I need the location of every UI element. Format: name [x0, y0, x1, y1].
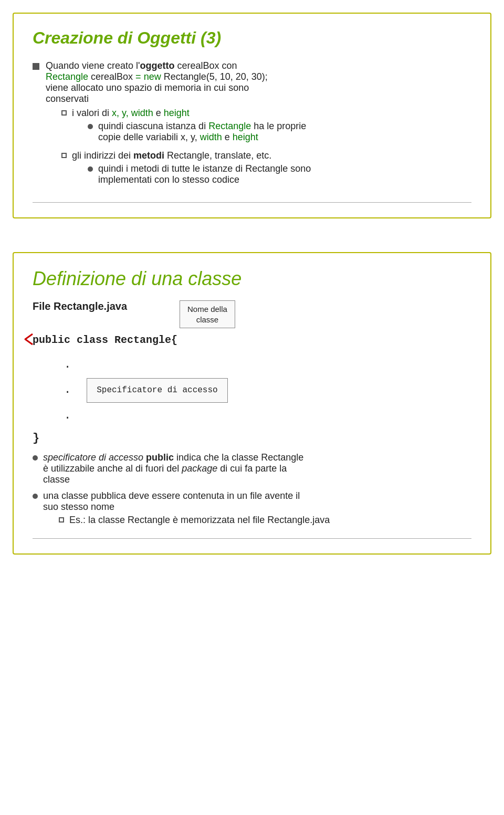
width-text: width — [131, 108, 153, 118]
sub-bullets-1: i valori di x, y, width e height quindi … — [46, 108, 311, 189]
s2-b2-line1: una classe pubblica deve essere contenut… — [43, 490, 330, 501]
s2-b2-line2: suo stesso nome — [43, 501, 330, 513]
sub-sub-content-1: quindi ciascuna istanza di Rectangle ha … — [98, 121, 306, 143]
slide-1-separator — [33, 202, 471, 203]
nome-della-text: Nome della — [187, 304, 227, 315]
bullet-square-icon — [33, 63, 39, 70]
xy-text: x, y, — [112, 108, 129, 118]
bullet-1-line4: conservati — [46, 93, 311, 105]
e-text: e — [153, 108, 164, 118]
sub-sub-content-2: quindi i metodi di tutte le istanze di R… — [98, 163, 311, 185]
equals-sign: = — [135, 71, 141, 82]
slide-1-title: Creazione di Oggetti (3) — [33, 28, 471, 48]
public-class-code: public class Rectangle{ — [33, 332, 471, 348]
slide-1-bullets: Quando viene creato l'oggetto cerealBox … — [33, 60, 471, 193]
dot-2: . — [64, 378, 71, 403]
file-label-container: File Rectangle.java — [33, 300, 169, 312]
package-italic: package — [182, 463, 217, 474]
sub-bullet-1: i valori di x, y, width e height quindi … — [61, 108, 311, 146]
sub-sub-bullets-2: quindi i metodi di tutte le istanze di R… — [72, 163, 311, 185]
red-arrow-svg — [23, 331, 34, 347]
slide-gap — [0, 218, 504, 239]
annotation-box-container: Nome della classe — [180, 300, 235, 328]
bullet-1-line3: viene allocato uno spazio di memoria in … — [46, 82, 311, 93]
slide-2-separator — [33, 538, 471, 539]
metodi-bold: metodi — [133, 150, 164, 161]
dot-2-row: . Specificatore di accesso — [64, 378, 471, 403]
s2-sub-square-icon — [59, 517, 64, 523]
s2-sub-bullet-1: Es.: la classe Rectangle è memorizzata n… — [59, 515, 330, 526]
s2-circle-icon-1 — [33, 455, 38, 461]
s2-bullet-1-content: specificatore di accesso public indica c… — [43, 452, 303, 485]
sub-sub-bullet-1: quindi ciascuna istanza di Rectangle ha … — [88, 121, 306, 143]
public-class-row: public class Rectangle{ — [33, 332, 471, 348]
width-green: width — [200, 132, 222, 142]
dot-1: . — [64, 352, 471, 378]
s2-bullet-1: specificatore di accesso public indica c… — [33, 452, 471, 485]
slide-2-bullets: specificatore di accesso public indica c… — [33, 452, 471, 529]
specificatore-label: Specificatore di accesso — [97, 385, 217, 395]
sub-sub-bullet-2: quindi i metodi di tutte le istanze di R… — [88, 163, 311, 185]
circle-icon-2 — [88, 166, 93, 172]
slide-2: Definizione di una classe File Rectangle… — [13, 252, 491, 555]
sub-bullet-2-content: gli indirizzi dei metodi Rectangle, tran… — [72, 150, 311, 189]
bullet-1-content: Quando viene creato l'oggetto cerealBox … — [46, 60, 311, 193]
quindi-line1: quindi ciascuna istanza di Rectangle ha … — [98, 121, 306, 132]
sub-bullet-1-content: i valori di x, y, width e height quindi … — [72, 108, 306, 146]
specificatore-box: Specificatore di accesso — [87, 378, 227, 403]
file-annotation-row: File Rectangle.java Nome della classe — [33, 300, 471, 328]
nome-classe-box: Nome della classe — [180, 300, 235, 328]
sub-bullet-square-icon-2 — [61, 153, 67, 158]
sub-bullet-square-icon — [61, 110, 67, 116]
sub-bullet-2: gli indirizzi dei metodi Rectangle, tran… — [61, 150, 311, 189]
arrow-indicator — [23, 331, 34, 347]
s2-bullet-2-content: una classe pubblica deve essere contenut… — [43, 490, 330, 529]
s2-bullet-2: una classe pubblica deve essere contenut… — [33, 490, 471, 529]
closing-brace: } — [33, 432, 471, 445]
quindi-metodi-line2: implementati con lo stesso codice — [98, 174, 311, 185]
dots-container: . . Specificatore di accesso . — [64, 352, 471, 429]
public-bold: public — [146, 452, 174, 463]
quindi-metodi-line1: quindi i metodi di tutte le istanze di R… — [98, 163, 311, 174]
s2-sub-content: Es.: la classe Rectangle è memorizzata n… — [69, 515, 330, 526]
quindi-line2: copie delle variabili x, y, width e heig… — [98, 132, 306, 143]
i-valori-text: i valori di — [72, 108, 112, 118]
s2-b1-line3: classe — [43, 474, 303, 485]
height-text: height — [164, 108, 190, 118]
slide-2-title: Definizione di una classe — [33, 268, 471, 290]
bullet-1: Quando viene creato l'oggetto cerealBox … — [33, 60, 471, 193]
s2-circle-icon-2 — [33, 494, 38, 499]
height-green: height — [233, 132, 258, 142]
specificatore-italic: specificatore di accesso — [43, 452, 143, 463]
new-keyword: new — [144, 71, 161, 82]
oggetto-bold: oggetto — [140, 60, 175, 71]
s2-b1-line2: è utilizzabile anche al di fuori del pac… — [43, 463, 303, 474]
circle-icon-1 — [88, 124, 93, 129]
bullet-1-line2: Rectangle cerealBox = new Rectangle(5, 1… — [46, 71, 311, 82]
s2-b1-line1: specificatore di accesso public indica c… — [43, 452, 303, 463]
s2-sub-bullets: Es.: la classe Rectangle è memorizzata n… — [43, 515, 330, 526]
sub-sub-bullets-1: quindi ciascuna istanza di Rectangle ha … — [72, 121, 306, 143]
slide-1: Creazione di Oggetti (3) Quando viene cr… — [13, 13, 491, 218]
classe-text: classe — [187, 315, 227, 325]
bullet-1-line1: Quando viene creato l'oggetto cerealBox … — [46, 60, 311, 71]
rectangle-green: Rectangle — [208, 121, 251, 131]
dot-3: . — [64, 403, 471, 429]
rectangle-text: Rectangle — [46, 71, 88, 82]
file-label: File Rectangle.java — [33, 300, 169, 312]
